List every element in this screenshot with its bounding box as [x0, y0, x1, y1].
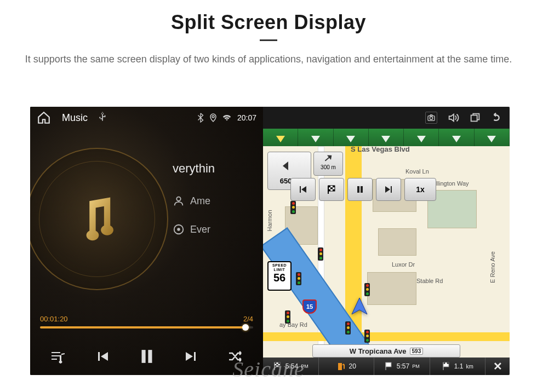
speed-limit-value: 56 — [270, 272, 289, 284]
album-art-circle — [30, 148, 168, 290]
traffic-light-icon — [296, 272, 301, 285]
traffic-light-icon — [345, 321, 351, 335]
distance-unit: km — [466, 364, 473, 370]
map-canvas[interactable]: 15 S Las Vegas Blvd Koval Ln Duke Elling… — [263, 146, 510, 358]
seek-bar-thumb[interactable] — [242, 324, 249, 331]
music-player-pane: Music 20:07 verythin Ame — [30, 107, 263, 375]
traffic-light-icon — [290, 201, 296, 214]
nav-tab-5[interactable] — [404, 129, 439, 146]
svg-rect-11 — [357, 186, 359, 193]
artist-name: Ame — [190, 195, 210, 207]
wifi-icon — [222, 114, 232, 122]
remaining-distance: 1.1 — [454, 362, 464, 370]
nav-tab-3[interactable] — [334, 129, 369, 146]
close-button[interactable]: ✕ — [485, 358, 510, 375]
recent-apps-icon[interactable] — [469, 112, 481, 124]
svg-rect-15 — [386, 362, 391, 367]
svg-point-0 — [212, 116, 214, 118]
volume-icon[interactable] — [447, 112, 459, 124]
current-street-banner: W Tropicana Ave 593 — [312, 344, 460, 358]
pause-button[interactable] — [135, 344, 159, 368]
speed-limit-sign: SPEED LIMIT 56 — [267, 261, 292, 291]
nav-tab-6[interactable] — [439, 129, 474, 146]
alt-eta-cell[interactable]: 5:57 PM — [374, 358, 430, 375]
seek-bar[interactable] — [40, 326, 253, 328]
seek-bar-fill — [40, 326, 249, 328]
interstate-shield: 15 — [302, 299, 317, 314]
elapsed-time: 00:01:20 — [40, 315, 68, 323]
eta-time: 5:54 — [285, 362, 298, 370]
street-label: Stable Rd — [416, 278, 443, 284]
navigation-pane: 15 S Las Vegas Blvd Koval Ln Duke Elling… — [263, 107, 510, 375]
svg-rect-12 — [361, 186, 363, 193]
next-button[interactable] — [179, 344, 203, 368]
nav-tab-4[interactable] — [369, 129, 404, 146]
fuel-cell[interactable]: 20 — [319, 358, 375, 375]
svg-point-3 — [178, 228, 180, 230]
nav-tab-1[interactable] — [263, 129, 298, 146]
street-label: S Las Vegas Blvd — [351, 145, 410, 153]
page-subtitle: It supports the same screen display of t… — [22, 52, 515, 67]
traffic-light-icon — [364, 283, 370, 296]
sim-pause-button[interactable] — [347, 178, 373, 201]
street-label: E Reno Ave — [489, 251, 496, 283]
track-info-panel: verythin Ame Ever — [173, 162, 263, 252]
svg-point-7 — [430, 117, 432, 119]
street-label: ay Bay Rd — [279, 321, 307, 328]
sim-speed-button[interactable]: 1x — [404, 178, 436, 201]
back-icon[interactable] — [491, 112, 503, 124]
status-bar-music: Music 20:07 — [30, 107, 263, 129]
playlist-button[interactable] — [46, 344, 70, 368]
device-frame: Music 20:07 verythin Ame — [30, 107, 510, 375]
distance-cell[interactable]: 1.1 km — [430, 358, 486, 375]
nav-tab-7[interactable] — [475, 129, 510, 146]
street-label: Harmon — [266, 210, 273, 231]
nav-bottom-bar: 5:54 PM 20 5:57 PM 1.1 km ✕ — [263, 358, 510, 375]
playback-controls — [30, 344, 263, 368]
fuel-value: 20 — [349, 362, 356, 370]
usb-icon — [99, 112, 106, 124]
disc-icon — [173, 223, 185, 235]
track-title: verythin — [173, 162, 263, 176]
street-label: Koval Ln — [405, 168, 429, 175]
home-icon[interactable] — [37, 111, 51, 125]
title-underline — [260, 39, 277, 41]
speed-limit-label: SPEED — [270, 263, 289, 268]
flag-icon — [273, 361, 283, 371]
svg-rect-4 — [141, 350, 145, 363]
next-turn-card[interactable]: 300 m — [313, 152, 343, 176]
flag-dist-icon — [442, 361, 452, 371]
traffic-light-icon — [285, 310, 290, 324]
next-turn-unit: m — [332, 164, 336, 170]
bluetooth-icon — [197, 113, 204, 123]
clock-time: 20:07 — [237, 113, 256, 122]
progress-section: 00:01:20 2/4 — [40, 315, 253, 328]
camera-icon[interactable] — [425, 112, 437, 124]
location-pin-icon — [210, 113, 216, 122]
next-turn-distance: 300 — [321, 164, 330, 170]
flag-alt-icon — [384, 361, 394, 371]
road-major-horizontal — [263, 332, 510, 341]
svg-rect-5 — [148, 350, 152, 363]
sim-flag-button[interactable] — [319, 178, 344, 201]
route-number-badge: 593 — [410, 348, 424, 355]
person-icon — [173, 195, 185, 207]
nav-tab-2[interactable] — [298, 129, 333, 146]
street-label: Luxor Dr — [392, 261, 415, 268]
alt-eta-time: 5:57 — [397, 362, 409, 370]
album-name: Ever — [190, 224, 210, 235]
status-bar-nav — [263, 107, 510, 129]
sim-next-button[interactable] — [376, 178, 401, 201]
simulation-controls: 1x — [290, 178, 436, 201]
shuffle-button[interactable] — [224, 344, 248, 368]
eta-cell[interactable]: 5:54 PM — [263, 358, 319, 375]
speed-limit-label: LIMIT — [270, 268, 289, 272]
svg-point-1 — [176, 197, 180, 201]
music-note-icon — [71, 193, 123, 245]
previous-button[interactable] — [90, 344, 115, 368]
nav-tab-strip — [263, 129, 510, 146]
album-row: Ever — [173, 223, 263, 235]
sim-prev-button[interactable] — [290, 178, 316, 201]
page-title: Split Screen Display — [22, 11, 515, 34]
artist-row: Ame — [173, 195, 263, 207]
